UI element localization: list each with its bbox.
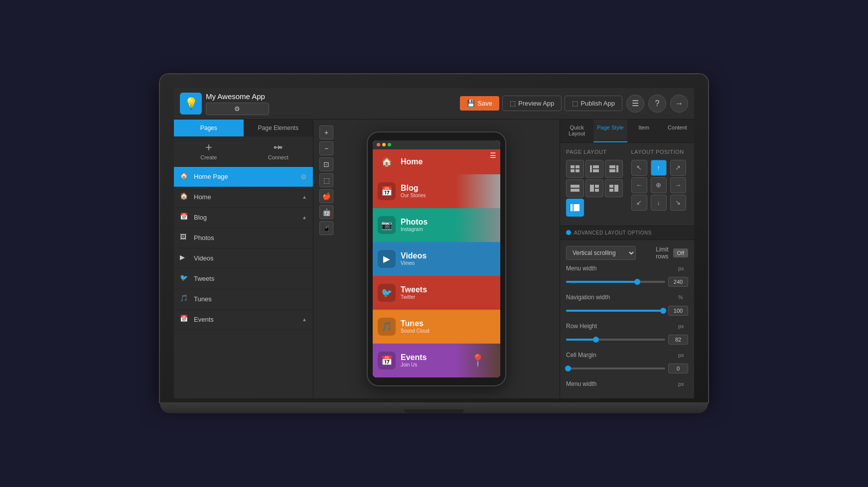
tab-page-elements[interactable]: Page Elements (244, 120, 313, 136)
phone-tweets-text: Tweets Twitter (401, 285, 427, 300)
phone-tunes-text: Tunes Sound Cloud (401, 319, 430, 334)
phone-home-icon: 🏠 (378, 153, 396, 171)
logout-icon-button[interactable]: → (670, 95, 688, 113)
tab-quick-layout[interactable]: Quick Layout (560, 120, 593, 142)
photos-label: Photos (194, 234, 307, 242)
pos-btn-tl[interactable]: ↖ (631, 160, 647, 176)
sidebar-item-homepage[interactable]: 🏠 Home Page ⚙ (174, 167, 313, 187)
svg-rect-14 (590, 185, 594, 192)
nav-width-input[interactable] (668, 306, 688, 316)
app-logo: 💡 (180, 93, 202, 115)
layout-btn-3[interactable] (605, 160, 623, 178)
list-icon-button[interactable]: ☰ (626, 95, 644, 113)
create-action[interactable]: Create (174, 136, 244, 166)
nav-width-label: Navigation width (566, 294, 675, 301)
create-icon (204, 142, 214, 152)
sidebar-item-photos[interactable]: 🖼 Photos (174, 228, 313, 248)
logout-icon: → (675, 99, 683, 108)
svg-rect-15 (595, 185, 599, 188)
advanced-options-section: Vertical scrolling Horizontal scrolling … (560, 240, 694, 398)
cell-margin-input[interactable] (668, 364, 688, 373)
phone-blog-icon: 📅 (378, 182, 396, 200)
layout-btn-7[interactable] (566, 199, 584, 217)
events-icon: 📅 (180, 315, 190, 325)
layout-btn-6[interactable] (605, 179, 623, 197)
pos-btn-l[interactable]: ← (631, 177, 647, 193)
svg-rect-7 (593, 165, 599, 168)
layout-icon-3 (609, 165, 619, 173)
phone-menu-item-home[interactable]: 🏠 Home ☰ (373, 149, 500, 174)
connect-action[interactable]: Connect (244, 136, 313, 166)
sidebar-item-tunes[interactable]: 🎵 Tunes (174, 289, 313, 310)
tab-item[interactable]: Item (627, 120, 661, 142)
phone-videos-text: Videos Vimeo (401, 251, 427, 266)
settings-button[interactable]: ⚙ (206, 103, 269, 115)
layout-btn-2[interactable] (585, 160, 603, 178)
zoom-in-button[interactable]: + (319, 125, 333, 139)
zoom-out-button[interactable]: − (319, 141, 333, 155)
layout-btn-5[interactable] (585, 179, 603, 197)
svg-rect-4 (571, 169, 575, 172)
phone-menu-item-tunes[interactable]: 🎵 Tunes Sound Cloud (373, 310, 500, 344)
menu-width-slider-row (566, 277, 688, 287)
tab-pages[interactable]: Pages (174, 120, 244, 136)
row-height-input[interactable] (668, 335, 688, 345)
layout-btn-1[interactable] (566, 160, 584, 178)
cell-margin-slider[interactable] (566, 367, 665, 369)
tab-page-style[interactable]: Page Style (593, 120, 627, 142)
phone-menu-item-events[interactable]: 📅 Events Join Us 📍 (373, 344, 500, 377)
events-label: Events (194, 316, 298, 323)
publish-button[interactable]: ⬚ Publish App (565, 96, 622, 111)
sidebar-item-events[interactable]: 📅 Events ▲ (174, 310, 313, 330)
menu-width-input[interactable] (668, 277, 688, 287)
tunes-label: Tunes (194, 295, 307, 303)
svg-rect-2 (571, 165, 575, 168)
home-label: Home (194, 193, 298, 201)
videos-label: Videos (194, 254, 307, 262)
phone-menu-item-blog[interactable]: 📅 Blog Our Stories (373, 174, 500, 208)
phone-events-icon: 📅 (378, 352, 396, 369)
phone-menu-item-photos[interactable]: 📷 Photos Instagram (373, 208, 500, 242)
layout-icon-4 (570, 184, 580, 192)
layout-icon-7 (570, 204, 580, 212)
sidebar-item-tweets[interactable]: 🐦 Tweets (174, 269, 313, 289)
tab-content[interactable]: Content (661, 120, 694, 142)
fullscreen-button[interactable]: ⊡ (319, 157, 333, 171)
pos-btn-bl[interactable]: ↙ (631, 195, 647, 211)
menu-width-label: Menu width (566, 265, 675, 272)
limit-rows-toggle[interactable]: Off (673, 248, 688, 257)
sidebar-tabs: Pages Page Elements (174, 120, 313, 136)
preview-button[interactable]: ⬚ Preview App (502, 96, 562, 111)
tweets-icon: 🐦 (180, 274, 190, 284)
save-button[interactable]: 💾 Save (460, 96, 499, 111)
pos-btn-t[interactable]: ↑ (651, 160, 667, 176)
pos-btn-c[interactable]: ⊕ (651, 177, 667, 193)
sidebar-item-videos[interactable]: ▶ Videos (174, 248, 313, 269)
sidebar-item-home[interactable]: 🏠 Home ▲ (174, 187, 313, 208)
help-icon-button[interactable]: ? (648, 95, 666, 113)
pos-btn-tr[interactable]: ↗ (670, 160, 686, 176)
sidebar-item-blog[interactable]: 📅 Blog ▲ (174, 208, 313, 228)
nav-width-slider[interactable] (566, 310, 665, 312)
scrolling-select[interactable]: Vertical scrolling Horizontal scrolling … (566, 246, 636, 260)
phone-events-text: Events Join Us (401, 353, 427, 367)
svg-rect-12 (571, 185, 579, 188)
zoom-controls: + − ⊡ ⬚ 🍎 🤖 📱 (319, 125, 333, 235)
phone-menu-item-tweets[interactable]: 🐦 Tweets Twitter (373, 276, 500, 310)
cell-margin-unit: px (678, 352, 688, 358)
row-height-slider[interactable] (566, 339, 665, 341)
pos-btn-br[interactable]: ↘ (670, 195, 686, 211)
svg-rect-6 (590, 165, 592, 172)
layout-btn-4[interactable] (566, 179, 584, 197)
phone-menu-item-videos[interactable]: ▶ Videos Vimeo (373, 242, 500, 276)
apple-icon: 🍎 (319, 189, 333, 203)
menu-width-slider[interactable] (566, 281, 665, 283)
pos-btn-r[interactable]: → (670, 177, 686, 193)
laptop-base (160, 402, 708, 413)
svg-point-1 (280, 146, 282, 148)
frame-button[interactable]: ⬚ (319, 173, 333, 187)
pos-btn-b[interactable]: ↓ (651, 195, 667, 211)
screen: 💡 My Awesome App ⚙ 💾 Save ⬚ (174, 88, 694, 398)
nav-width-slider-row (566, 306, 688, 316)
android-icon: 🤖 (319, 205, 333, 219)
